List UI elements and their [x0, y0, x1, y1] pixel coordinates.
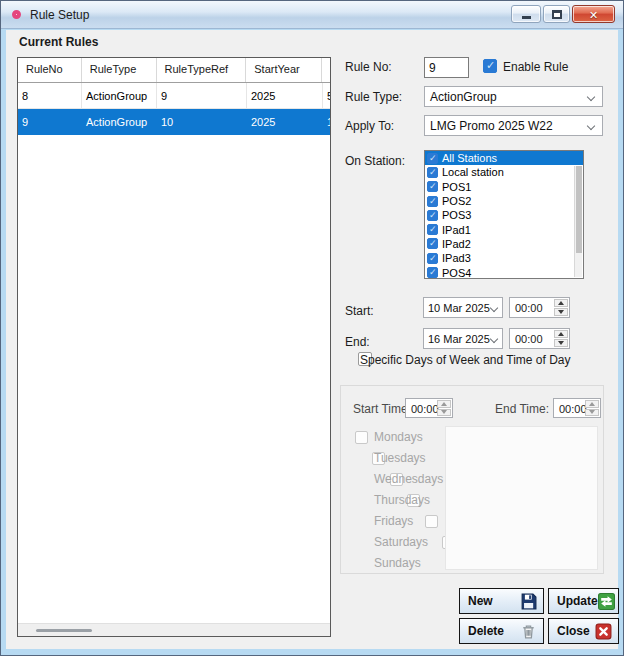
- end-time-value: 00:00: [515, 333, 543, 345]
- close-button-label: Close: [557, 624, 590, 638]
- rule-no-field[interactable]: 9: [424, 57, 469, 78]
- column-header[interactable]: StartYear: [246, 58, 322, 82]
- column-header-clipped[interactable]: [322, 58, 330, 82]
- saturday-label: Saturdays: [374, 535, 428, 549]
- chevron-down-icon: [490, 335, 498, 343]
- enable-rule-checkbox[interactable]: [483, 59, 497, 73]
- end-time-label: End Time:: [495, 402, 549, 416]
- station-label: All Stations: [442, 152, 497, 164]
- end-date-picker[interactable]: 16 Mar 2025: [423, 328, 503, 349]
- start-time-spinner[interactable]: 00:00: [509, 297, 570, 318]
- update-button[interactable]: Update: [548, 588, 619, 614]
- spin-up-button[interactable]: [554, 299, 568, 307]
- arrow-up-icon: [558, 301, 564, 305]
- column-header[interactable]: RuleTypeRef: [157, 58, 247, 82]
- start-time-value: 00:00: [515, 302, 543, 314]
- start-date-picker[interactable]: 10 Mar 2025: [423, 297, 503, 318]
- checkbox-checked-icon[interactable]: [427, 267, 438, 278]
- wednesday-label: Wednesdays: [374, 472, 443, 486]
- spin-down-button[interactable]: [554, 308, 568, 316]
- station-label: IPad1: [442, 224, 471, 236]
- cell-ruleno: 8: [18, 83, 82, 109]
- column-header[interactable]: RuleType: [82, 58, 157, 82]
- rule-setup-window: Rule Setup Current Rules RuleNo RuleType…: [0, 0, 624, 656]
- checkbox-checked-icon[interactable]: [427, 210, 438, 221]
- monday-checkbox[interactable]: [355, 431, 368, 444]
- checkbox-checked-icon[interactable]: [427, 253, 438, 264]
- group-end-time-spinner[interactable]: 00:00: [553, 398, 601, 418]
- station-item[interactable]: Local station: [425, 165, 583, 179]
- station-item[interactable]: IPad2: [425, 237, 583, 251]
- apply-to-dropdown[interactable]: LMG Promo 2025 W22: [424, 115, 603, 136]
- friday-checkbox[interactable]: [425, 515, 438, 528]
- table-row[interactable]: 8 ActionGroup 9 2025 5: [18, 83, 330, 109]
- rule-no-label: Rule No:: [345, 60, 392, 74]
- trash-can-icon: [520, 623, 537, 640]
- on-station-label: On Station:: [345, 154, 405, 168]
- spin-up-button[interactable]: [585, 400, 599, 408]
- station-item[interactable]: All Stations: [425, 151, 583, 165]
- table-header-row: RuleNo RuleType RuleTypeRef StartYear: [18, 58, 330, 83]
- scrollbar-thumb[interactable]: [576, 166, 582, 253]
- scrollbar-thumb[interactable]: [36, 629, 92, 632]
- station-item[interactable]: POS2: [425, 194, 583, 208]
- days-inner-panel: [445, 426, 598, 570]
- update-button-label: Update: [557, 594, 598, 608]
- checkbox-checked-icon[interactable]: [427, 196, 438, 207]
- apply-to-value: LMG Promo 2025 W22: [430, 119, 553, 133]
- minimize-icon: [522, 16, 531, 19]
- new-button-label: New: [468, 594, 493, 608]
- start-label: Start:: [345, 304, 374, 318]
- title-bar[interactable]: Rule Setup: [1, 1, 623, 29]
- spinner-buttons: [437, 400, 451, 416]
- station-item[interactable]: POS4: [425, 265, 583, 279]
- station-item[interactable]: IPad3: [425, 251, 583, 265]
- rules-table[interactable]: RuleNo RuleType RuleTypeRef StartYear 8 …: [17, 57, 331, 637]
- spin-down-button[interactable]: [554, 339, 568, 347]
- maximize-button[interactable]: [543, 5, 570, 23]
- rule-type-label: Rule Type:: [345, 90, 402, 104]
- maximize-icon: [552, 10, 562, 19]
- close-button[interactable]: Close: [548, 618, 619, 644]
- cell-ruleno: 9: [18, 109, 82, 135]
- checkbox-checked-icon[interactable]: [427, 181, 438, 192]
- station-item[interactable]: POS1: [425, 180, 583, 194]
- spin-up-button[interactable]: [437, 400, 451, 408]
- floppy-disk-icon: [520, 593, 537, 610]
- arrow-up-icon: [589, 402, 595, 406]
- monday-label: Mondays: [374, 430, 423, 444]
- checkbox-checked-icon[interactable]: [427, 167, 438, 178]
- rule-type-dropdown[interactable]: ActionGroup: [424, 86, 603, 107]
- arrow-down-icon: [441, 410, 447, 414]
- minimize-button[interactable]: [511, 5, 541, 23]
- horizontal-scrollbar[interactable]: [18, 623, 330, 636]
- friday-label: Fridays: [374, 514, 413, 528]
- arrow-down-icon: [558, 310, 564, 314]
- station-label: POS3: [442, 209, 471, 221]
- spin-up-button[interactable]: [554, 330, 568, 338]
- close-window-button[interactable]: [572, 5, 615, 23]
- days-groupbox: Start Time: 00:00 End Time: 00:00 Monday…: [340, 385, 604, 574]
- group-start-time-spinner[interactable]: 00:00: [405, 398, 453, 418]
- table-row-selected[interactable]: 9 ActionGroup 10 2025 1: [18, 109, 330, 135]
- checkbox-checked-icon[interactable]: [427, 238, 438, 249]
- checkbox-checked-icon[interactable]: [427, 153, 438, 164]
- column-header[interactable]: RuleNo: [18, 58, 82, 82]
- station-item[interactable]: IPad1: [425, 222, 583, 236]
- delete-button[interactable]: Delete: [459, 618, 544, 644]
- cell-startyear: 2025: [247, 109, 323, 135]
- rule-type-value: ActionGroup: [430, 90, 497, 104]
- new-button[interactable]: New: [459, 588, 544, 614]
- station-item[interactable]: POS3: [425, 208, 583, 222]
- window-controls: [511, 5, 615, 23]
- specific-days-label: Specific Days of Week and Time of Day: [360, 353, 571, 367]
- spin-down-button[interactable]: [585, 409, 599, 417]
- station-listbox[interactable]: All Stations Local station POS1 POS2 POS…: [424, 150, 584, 279]
- vertical-scrollbar[interactable]: [574, 166, 582, 277]
- spin-down-button[interactable]: [437, 409, 451, 417]
- cell-ruletype: ActionGroup: [82, 109, 157, 135]
- delete-button-label: Delete: [468, 624, 504, 638]
- enable-rule-label: Enable Rule: [503, 60, 568, 74]
- end-time-spinner[interactable]: 00:00: [509, 328, 570, 349]
- checkbox-checked-icon[interactable]: [427, 224, 438, 235]
